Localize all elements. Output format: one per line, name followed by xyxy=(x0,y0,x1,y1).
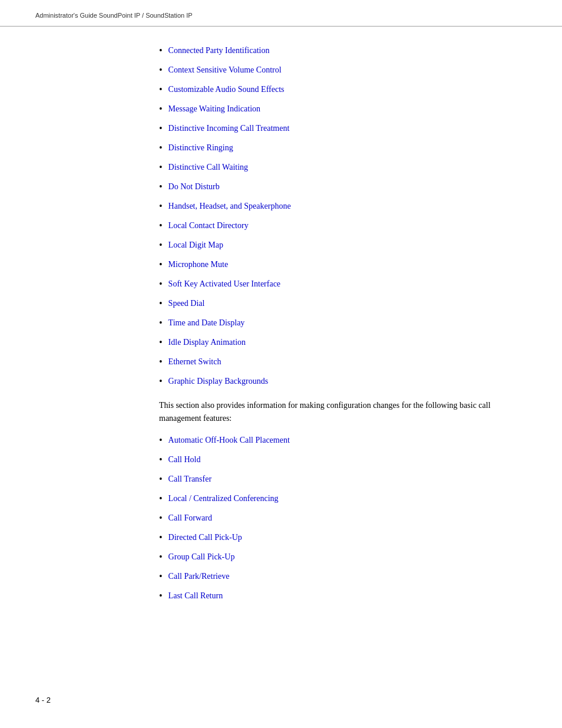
bullet-icon: • xyxy=(159,492,163,506)
list-item: •Message Waiting Indication xyxy=(159,103,527,116)
bullet-icon: • xyxy=(159,316,163,330)
bullet-icon: • xyxy=(159,63,163,77)
feature-link[interactable]: Local / Centralized Conferencing xyxy=(168,492,279,505)
feature-link[interactable]: Distinctive Ringing xyxy=(168,141,233,154)
feature-link[interactable]: Call Park/Retrieve xyxy=(168,570,230,582)
list-item: •Last Call Return xyxy=(159,589,527,603)
list-item: •Call Forward xyxy=(159,512,527,525)
feature-link[interactable]: Connected Party Identification xyxy=(168,44,270,57)
bullet-icon: • xyxy=(159,589,163,603)
bullet-icon: • xyxy=(159,297,163,311)
feature-link[interactable]: Group Call Pick-Up xyxy=(168,551,235,563)
list-item: •Time and Date Display xyxy=(159,317,527,330)
list-item: •Handset, Headset, and Speakerphone xyxy=(159,200,527,213)
feature-link[interactable]: Microphone Mute xyxy=(168,258,228,271)
feature-link[interactable]: Call Forward xyxy=(168,512,212,524)
feature-link[interactable]: Graphic Display Backgrounds xyxy=(168,375,269,387)
list-item: •Connected Party Identification xyxy=(159,44,527,58)
bullet-icon: • xyxy=(159,180,163,194)
feature-link[interactable]: Handset, Headset, and Speakerphone xyxy=(168,200,291,212)
feature-link[interactable]: Idle Display Animation xyxy=(168,336,246,348)
feature-list-2: •Automatic Off-Hook Call Placement•Call … xyxy=(159,434,527,603)
bullet-icon: • xyxy=(159,531,163,545)
bullet-icon: • xyxy=(159,258,163,272)
page-footer: 4 - 2 xyxy=(35,696,51,704)
bullet-icon: • xyxy=(159,433,163,447)
bullet-icon: • xyxy=(159,44,163,58)
bullet-icon: • xyxy=(159,453,163,467)
feature-link[interactable]: Message Waiting Indication xyxy=(168,103,260,115)
list-item: •Soft Key Activated User Interface xyxy=(159,278,527,291)
feature-link[interactable]: Local Contact Directory xyxy=(168,219,249,232)
list-item: •Microphone Mute xyxy=(159,258,527,272)
list-item: •Customizable Audio Sound Effects xyxy=(159,83,527,97)
list-item: •Context Sensitive Volume Control xyxy=(159,64,527,77)
feature-link[interactable]: Call Transfer xyxy=(168,473,212,485)
header-text: Administrator's Guide SoundPoint IP / So… xyxy=(35,12,193,19)
feature-link[interactable]: Directed Call Pick-Up xyxy=(168,531,242,543)
list-item: •Directed Call Pick-Up xyxy=(159,531,527,545)
feature-link[interactable]: Last Call Return xyxy=(168,589,223,602)
list-item: •Call Park/Retrieve xyxy=(159,570,527,584)
list-item: •Group Call Pick-Up xyxy=(159,551,527,564)
feature-link[interactable]: Automatic Off-Hook Call Placement xyxy=(168,434,290,446)
feature-link[interactable]: Time and Date Display xyxy=(168,317,245,329)
list-item: •Local Digit Map xyxy=(159,239,527,252)
bullet-icon: • xyxy=(159,355,163,369)
list-item: •Call Transfer xyxy=(159,473,527,486)
bullet-icon: • xyxy=(159,199,163,213)
list-item: •Local / Centralized Conferencing xyxy=(159,492,527,506)
feature-link[interactable]: Speed Dial xyxy=(168,297,205,309)
list-item: •Graphic Display Backgrounds xyxy=(159,375,527,388)
list-item: •Local Contact Directory xyxy=(159,219,527,233)
feature-link[interactable]: Do Not Disturb xyxy=(168,180,220,193)
bullet-icon: • xyxy=(159,83,163,97)
feature-list-1: •Connected Party Identification•Context … xyxy=(159,44,527,388)
feature-link[interactable]: Soft Key Activated User Interface xyxy=(168,278,280,290)
main-content: •Connected Party Identification•Context … xyxy=(0,27,562,633)
bullet-icon: • xyxy=(159,335,163,350)
bullet-icon: • xyxy=(159,569,163,584)
bullet-icon: • xyxy=(159,238,163,252)
list-item: •Distinctive Incoming Call Treatment xyxy=(159,122,527,136)
bullet-icon: • xyxy=(159,160,163,174)
list-item: •Speed Dial xyxy=(159,297,527,311)
bullet-icon: • xyxy=(159,277,163,291)
list-item: •Distinctive Ringing xyxy=(159,141,527,155)
feature-link[interactable]: Ethernet Switch xyxy=(168,355,222,368)
bullet-icon: • xyxy=(159,550,163,564)
description-paragraph: This section also provides information f… xyxy=(159,399,527,426)
list-item: •Call Hold xyxy=(159,453,527,467)
page-number: 4 - 2 xyxy=(35,696,51,704)
feature-link[interactable]: Context Sensitive Volume Control xyxy=(168,64,282,76)
list-item: •Distinctive Call Waiting xyxy=(159,161,527,174)
bullet-icon: • xyxy=(159,472,163,486)
bullet-icon: • xyxy=(159,141,163,155)
bullet-icon: • xyxy=(159,102,163,116)
list-item: •Automatic Off-Hook Call Placement xyxy=(159,434,527,447)
page-header: Administrator's Guide SoundPoint IP / So… xyxy=(0,0,562,27)
bullet-icon: • xyxy=(159,374,163,388)
bullet-icon: • xyxy=(159,219,163,233)
list-item: •Do Not Disturb xyxy=(159,180,527,194)
list-item: •Idle Display Animation xyxy=(159,336,527,350)
feature-link[interactable]: Local Digit Map xyxy=(168,239,223,251)
bullet-icon: • xyxy=(159,511,163,525)
bullet-icon: • xyxy=(159,121,163,136)
feature-link[interactable]: Customizable Audio Sound Effects xyxy=(168,83,285,95)
feature-link[interactable]: Distinctive Call Waiting xyxy=(168,161,249,173)
feature-link[interactable]: Call Hold xyxy=(168,453,201,466)
list-item: •Ethernet Switch xyxy=(159,355,527,369)
feature-link[interactable]: Distinctive Incoming Call Treatment xyxy=(168,122,290,134)
